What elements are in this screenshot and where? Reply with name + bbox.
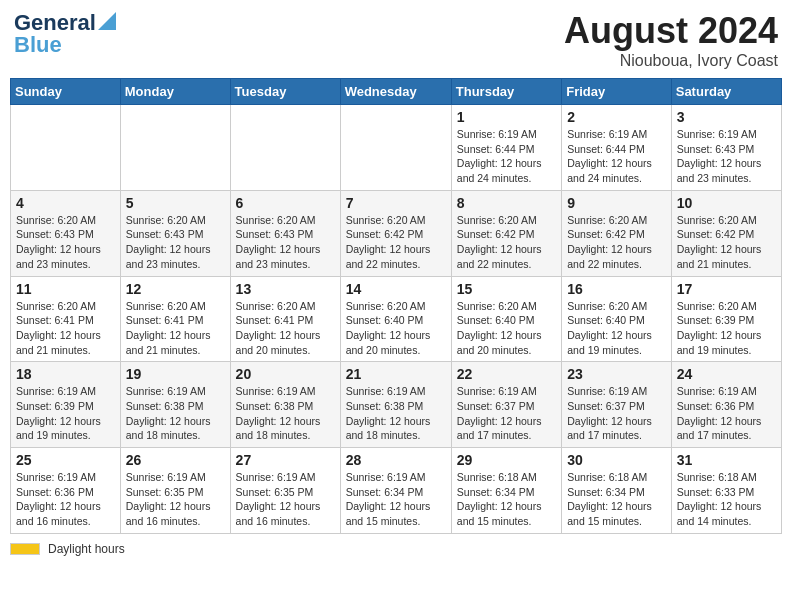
calendar-week-row: 11Sunrise: 6:20 AMSunset: 6:41 PMDayligh… bbox=[11, 276, 782, 362]
page-header: General Blue August 2024 Niouboua, Ivory… bbox=[10, 10, 782, 70]
day-info: Sunrise: 6:19 AMSunset: 6:38 PMDaylight:… bbox=[346, 384, 446, 443]
header-monday: Monday bbox=[120, 79, 230, 105]
calendar-cell bbox=[230, 105, 340, 191]
day-number: 15 bbox=[457, 281, 556, 297]
header-tuesday: Tuesday bbox=[230, 79, 340, 105]
calendar-cell: 22Sunrise: 6:19 AMSunset: 6:37 PMDayligh… bbox=[451, 362, 561, 448]
calendar-week-row: 25Sunrise: 6:19 AMSunset: 6:36 PMDayligh… bbox=[11, 448, 782, 534]
day-number: 6 bbox=[236, 195, 335, 211]
day-number: 21 bbox=[346, 366, 446, 382]
calendar-cell: 13Sunrise: 6:20 AMSunset: 6:41 PMDayligh… bbox=[230, 276, 340, 362]
calendar-footer: Daylight hours bbox=[10, 542, 782, 556]
day-info: Sunrise: 6:20 AMSunset: 6:39 PMDaylight:… bbox=[677, 299, 776, 358]
day-info: Sunrise: 6:19 AMSunset: 6:44 PMDaylight:… bbox=[457, 127, 556, 186]
day-number: 24 bbox=[677, 366, 776, 382]
calendar-cell: 30Sunrise: 6:18 AMSunset: 6:34 PMDayligh… bbox=[562, 448, 672, 534]
calendar-cell: 9Sunrise: 6:20 AMSunset: 6:42 PMDaylight… bbox=[562, 190, 672, 276]
day-info: Sunrise: 6:19 AMSunset: 6:37 PMDaylight:… bbox=[457, 384, 556, 443]
day-info: Sunrise: 6:19 AMSunset: 6:38 PMDaylight:… bbox=[236, 384, 335, 443]
calendar-header-row: SundayMondayTuesdayWednesdayThursdayFrid… bbox=[11, 79, 782, 105]
calendar-cell: 1Sunrise: 6:19 AMSunset: 6:44 PMDaylight… bbox=[451, 105, 561, 191]
daylight-bar-icon bbox=[10, 543, 40, 555]
day-info: Sunrise: 6:19 AMSunset: 6:36 PMDaylight:… bbox=[677, 384, 776, 443]
calendar-cell: 26Sunrise: 6:19 AMSunset: 6:35 PMDayligh… bbox=[120, 448, 230, 534]
day-number: 20 bbox=[236, 366, 335, 382]
calendar-cell: 29Sunrise: 6:18 AMSunset: 6:34 PMDayligh… bbox=[451, 448, 561, 534]
day-info: Sunrise: 6:19 AMSunset: 6:44 PMDaylight:… bbox=[567, 127, 666, 186]
day-info: Sunrise: 6:20 AMSunset: 6:40 PMDaylight:… bbox=[346, 299, 446, 358]
svg-marker-0 bbox=[98, 12, 116, 30]
day-info: Sunrise: 6:19 AMSunset: 6:38 PMDaylight:… bbox=[126, 384, 225, 443]
day-info: Sunrise: 6:20 AMSunset: 6:42 PMDaylight:… bbox=[677, 213, 776, 272]
calendar-week-row: 1Sunrise: 6:19 AMSunset: 6:44 PMDaylight… bbox=[11, 105, 782, 191]
calendar-week-row: 18Sunrise: 6:19 AMSunset: 6:39 PMDayligh… bbox=[11, 362, 782, 448]
day-number: 30 bbox=[567, 452, 666, 468]
calendar-cell: 4Sunrise: 6:20 AMSunset: 6:43 PMDaylight… bbox=[11, 190, 121, 276]
day-info: Sunrise: 6:19 AMSunset: 6:34 PMDaylight:… bbox=[346, 470, 446, 529]
logo-icon bbox=[98, 12, 116, 30]
calendar-cell: 27Sunrise: 6:19 AMSunset: 6:35 PMDayligh… bbox=[230, 448, 340, 534]
day-info: Sunrise: 6:19 AMSunset: 6:35 PMDaylight:… bbox=[236, 470, 335, 529]
day-number: 17 bbox=[677, 281, 776, 297]
day-number: 25 bbox=[16, 452, 115, 468]
day-number: 4 bbox=[16, 195, 115, 211]
daylight-label: Daylight hours bbox=[48, 542, 125, 556]
calendar-week-row: 4Sunrise: 6:20 AMSunset: 6:43 PMDaylight… bbox=[11, 190, 782, 276]
header-thursday: Thursday bbox=[451, 79, 561, 105]
calendar-cell: 14Sunrise: 6:20 AMSunset: 6:40 PMDayligh… bbox=[340, 276, 451, 362]
day-info: Sunrise: 6:19 AMSunset: 6:35 PMDaylight:… bbox=[126, 470, 225, 529]
day-number: 29 bbox=[457, 452, 556, 468]
day-info: Sunrise: 6:20 AMSunset: 6:41 PMDaylight:… bbox=[126, 299, 225, 358]
calendar-cell: 5Sunrise: 6:20 AMSunset: 6:43 PMDaylight… bbox=[120, 190, 230, 276]
day-number: 19 bbox=[126, 366, 225, 382]
day-info: Sunrise: 6:18 AMSunset: 6:34 PMDaylight:… bbox=[457, 470, 556, 529]
calendar-cell: 17Sunrise: 6:20 AMSunset: 6:39 PMDayligh… bbox=[671, 276, 781, 362]
day-number: 13 bbox=[236, 281, 335, 297]
day-number: 3 bbox=[677, 109, 776, 125]
day-number: 26 bbox=[126, 452, 225, 468]
calendar-cell: 3Sunrise: 6:19 AMSunset: 6:43 PMDaylight… bbox=[671, 105, 781, 191]
calendar-cell: 24Sunrise: 6:19 AMSunset: 6:36 PMDayligh… bbox=[671, 362, 781, 448]
day-info: Sunrise: 6:20 AMSunset: 6:40 PMDaylight:… bbox=[457, 299, 556, 358]
day-number: 8 bbox=[457, 195, 556, 211]
day-number: 7 bbox=[346, 195, 446, 211]
calendar-cell: 23Sunrise: 6:19 AMSunset: 6:37 PMDayligh… bbox=[562, 362, 672, 448]
calendar-cell: 11Sunrise: 6:20 AMSunset: 6:41 PMDayligh… bbox=[11, 276, 121, 362]
day-info: Sunrise: 6:20 AMSunset: 6:42 PMDaylight:… bbox=[346, 213, 446, 272]
logo-text-blue: Blue bbox=[14, 32, 62, 58]
page-subtitle: Niouboua, Ivory Coast bbox=[564, 52, 778, 70]
calendar-cell: 15Sunrise: 6:20 AMSunset: 6:40 PMDayligh… bbox=[451, 276, 561, 362]
page-title: August 2024 bbox=[564, 10, 778, 52]
day-number: 5 bbox=[126, 195, 225, 211]
calendar-cell: 6Sunrise: 6:20 AMSunset: 6:43 PMDaylight… bbox=[230, 190, 340, 276]
day-info: Sunrise: 6:20 AMSunset: 6:42 PMDaylight:… bbox=[457, 213, 556, 272]
calendar-cell: 7Sunrise: 6:20 AMSunset: 6:42 PMDaylight… bbox=[340, 190, 451, 276]
header-friday: Friday bbox=[562, 79, 672, 105]
day-number: 22 bbox=[457, 366, 556, 382]
calendar-cell: 2Sunrise: 6:19 AMSunset: 6:44 PMDaylight… bbox=[562, 105, 672, 191]
day-number: 23 bbox=[567, 366, 666, 382]
calendar-cell: 16Sunrise: 6:20 AMSunset: 6:40 PMDayligh… bbox=[562, 276, 672, 362]
day-info: Sunrise: 6:20 AMSunset: 6:42 PMDaylight:… bbox=[567, 213, 666, 272]
day-number: 28 bbox=[346, 452, 446, 468]
calendar-cell: 18Sunrise: 6:19 AMSunset: 6:39 PMDayligh… bbox=[11, 362, 121, 448]
day-info: Sunrise: 6:20 AMSunset: 6:43 PMDaylight:… bbox=[126, 213, 225, 272]
calendar-cell bbox=[120, 105, 230, 191]
day-number: 18 bbox=[16, 366, 115, 382]
calendar-cell: 8Sunrise: 6:20 AMSunset: 6:42 PMDaylight… bbox=[451, 190, 561, 276]
day-number: 10 bbox=[677, 195, 776, 211]
day-number: 12 bbox=[126, 281, 225, 297]
day-info: Sunrise: 6:20 AMSunset: 6:43 PMDaylight:… bbox=[16, 213, 115, 272]
calendar-cell: 21Sunrise: 6:19 AMSunset: 6:38 PMDayligh… bbox=[340, 362, 451, 448]
header-sunday: Sunday bbox=[11, 79, 121, 105]
day-info: Sunrise: 6:20 AMSunset: 6:41 PMDaylight:… bbox=[236, 299, 335, 358]
calendar-cell: 20Sunrise: 6:19 AMSunset: 6:38 PMDayligh… bbox=[230, 362, 340, 448]
day-info: Sunrise: 6:20 AMSunset: 6:40 PMDaylight:… bbox=[567, 299, 666, 358]
calendar-cell: 12Sunrise: 6:20 AMSunset: 6:41 PMDayligh… bbox=[120, 276, 230, 362]
calendar-cell: 10Sunrise: 6:20 AMSunset: 6:42 PMDayligh… bbox=[671, 190, 781, 276]
logo: General Blue bbox=[14, 10, 116, 58]
day-number: 11 bbox=[16, 281, 115, 297]
day-info: Sunrise: 6:19 AMSunset: 6:36 PMDaylight:… bbox=[16, 470, 115, 529]
day-info: Sunrise: 6:19 AMSunset: 6:39 PMDaylight:… bbox=[16, 384, 115, 443]
day-number: 31 bbox=[677, 452, 776, 468]
